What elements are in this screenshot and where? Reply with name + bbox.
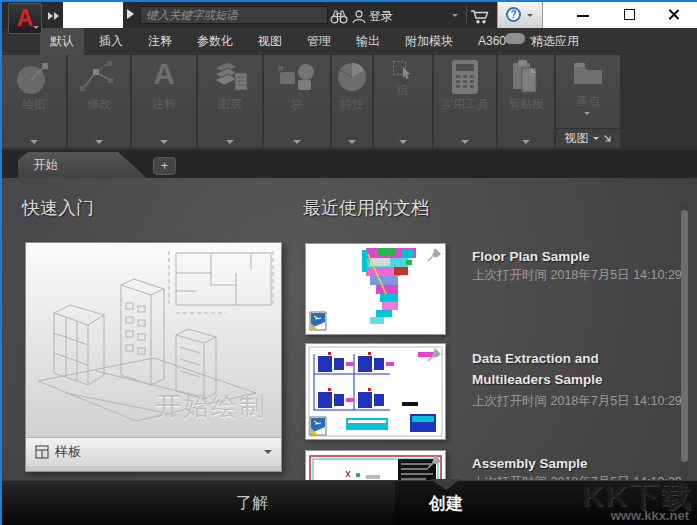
ribbon-tab-annotate[interactable]: 注释	[138, 28, 182, 55]
view-panel-launcher-icon	[603, 134, 612, 143]
window-left-border	[0, 2, 2, 525]
maximize-button[interactable]	[624, 9, 635, 20]
ribbon-tab-output[interactable]: 输出	[346, 28, 390, 55]
scrollbar-thumb[interactable]	[681, 210, 688, 462]
minimize-button[interactable]	[577, 15, 589, 17]
ribbon-display-dropdown-icon	[529, 37, 535, 40]
template-dropdown-icon	[264, 450, 272, 454]
recent-doc-title[interactable]: Data Extraction and Multileaders Sample	[472, 348, 650, 390]
panel-group[interactable]: 组	[374, 55, 432, 148]
panel-basepoint-view[interactable]: 基点 视图	[556, 55, 620, 148]
ribbon-tab-addins[interactable]: 附加模块	[395, 28, 463, 55]
ribbon-display-icon	[505, 33, 525, 44]
search-input[interactable]	[140, 6, 328, 24]
watermark-site: www.kkx.net	[611, 508, 689, 523]
autocad-window: 登录 ? A 默认 插入 注释 参数化 视图 管理 输出 附加模块 A360 精…	[0, 0, 697, 525]
search-play-icon[interactable]	[127, 9, 134, 19]
create-page-notch	[431, 479, 461, 490]
ribbon: 绘图 修改 A 注释	[0, 55, 697, 150]
ribbon-tab-insert[interactable]: 插入	[89, 28, 133, 55]
help-icon[interactable]: ?	[506, 7, 521, 22]
draw-circle-icon	[2, 59, 66, 95]
dwg-file-icon	[309, 416, 327, 436]
calculator-icon	[434, 59, 496, 95]
pin-icon[interactable]	[427, 247, 442, 262]
create-page-button[interactable]: 创建	[429, 492, 463, 515]
panel-clipboard-dropdown-icon[interactable]	[522, 140, 530, 144]
panel-modify-dropdown-icon[interactable]	[95, 140, 103, 144]
pin-icon[interactable]	[427, 347, 442, 362]
ribbon-tab-parametric[interactable]: 参数化	[187, 28, 243, 55]
app-menu-button[interactable]: A	[8, 3, 42, 34]
properties-pie-icon	[332, 59, 372, 93]
pin-icon[interactable]	[427, 454, 442, 469]
assembly-preview	[306, 451, 445, 480]
ribbon-display-toggle[interactable]	[505, 33, 535, 44]
panel-draw-dropdown-icon[interactable]	[30, 140, 38, 144]
panel-annotate[interactable]: A 注释	[132, 55, 196, 148]
start-drawing-card[interactable]: 开始绘制 样板	[25, 242, 282, 472]
ribbon-tab-default[interactable]: 默认	[40, 28, 84, 55]
panel-draw[interactable]: 绘图	[2, 55, 66, 148]
recent-docs-scrollbar[interactable]	[681, 205, 688, 480]
panel-properties-dropdown-icon[interactable]	[348, 140, 356, 144]
titlebar-separator	[466, 5, 467, 25]
panel-group-dropdown-icon[interactable]	[399, 140, 407, 144]
learn-page-button[interactable]: 了解	[236, 493, 268, 514]
start-page: 快速入门	[0, 178, 697, 480]
view-panel-title[interactable]: 视图	[556, 128, 620, 148]
tab-start[interactable]: 开始	[18, 152, 147, 178]
titlebar: 登录 ?	[0, 2, 697, 28]
panel-annotate-dropdown-icon[interactable]	[160, 140, 168, 144]
app-menu-dropdown-icon	[33, 26, 39, 29]
block-icon	[264, 59, 330, 95]
recent-docs-heading: 最近使用的文档	[303, 196, 429, 220]
panel-utilities[interactable]: 实用工具	[434, 55, 496, 148]
dwg-file-icon	[309, 311, 327, 331]
quick-start-heading: 快速入门	[22, 196, 94, 220]
binoculars-icon[interactable]	[330, 9, 348, 28]
template-icon	[35, 445, 49, 459]
help-dropdown-icon[interactable]	[527, 14, 533, 17]
template-dropdown[interactable]: 样板	[26, 437, 281, 466]
annotate-icon: A	[132, 59, 196, 89]
recent-doc-thumbnail[interactable]	[305, 243, 446, 335]
recent-doc-title[interactable]: Assembly Sample	[472, 453, 650, 474]
panel-block-dropdown-icon[interactable]	[293, 140, 301, 144]
panel-clipboard[interactable]: 剪贴板	[498, 55, 554, 148]
recent-doc-time: 上次打开时间 2018年7月5日 14:10:29	[472, 267, 682, 284]
start-drawing-label: 开始绘制	[155, 389, 267, 424]
file-tab-bar: 开始 +	[0, 150, 697, 178]
panel-properties[interactable]: 特性	[332, 55, 372, 148]
user-icon	[351, 9, 367, 29]
view-panel-dropdown-icon	[593, 137, 599, 140]
panel-utilities-dropdown-icon[interactable]	[461, 140, 469, 144]
login-dropdown-icon[interactable]	[452, 14, 458, 17]
ribbon-tab-manage[interactable]: 管理	[297, 28, 341, 55]
cart-icon[interactable]	[470, 9, 490, 29]
panel-block[interactable]: 块	[264, 55, 330, 148]
ribbon-tab-bar: 默认 插入 注释 参数化 视图 管理 输出 附加模块 A360 精选应用	[0, 28, 697, 55]
close-button[interactable]	[667, 8, 680, 21]
panel-basepoint-dropdown-icon[interactable]	[584, 112, 590, 115]
start-page-footer: 了解 创建 KK下载 www.kkx.net	[0, 480, 697, 525]
panel-layers[interactable]: 图层	[198, 55, 262, 148]
recent-doc-thumbnail[interactable]	[305, 343, 446, 440]
panel-layers-dropdown-icon[interactable]	[226, 140, 234, 144]
clipboard-icon	[498, 59, 554, 95]
recent-doc-thumbnail[interactable]	[305, 450, 446, 480]
basepoint-folder-icon	[556, 59, 620, 87]
window-top-border	[0, 0, 697, 2]
template-label: 样板	[55, 443, 81, 461]
autocad-logo-icon: A	[17, 7, 34, 30]
new-drawing-tab-button[interactable]: +	[153, 157, 176, 175]
ribbon-tab-view[interactable]: 视图	[248, 28, 292, 55]
panel-modify[interactable]: 修改	[68, 55, 130, 148]
recent-doc-title[interactable]: Floor Plan Sample	[472, 246, 650, 267]
group-icon	[374, 60, 432, 80]
layers-icon	[198, 59, 262, 95]
modify-icon	[68, 59, 130, 95]
recent-doc-time: 上次打开时间 2018年7月5日 14:10:29	[472, 393, 682, 410]
login-button[interactable]: 登录	[369, 8, 393, 25]
quick-access-expand-icon[interactable]	[48, 12, 59, 20]
